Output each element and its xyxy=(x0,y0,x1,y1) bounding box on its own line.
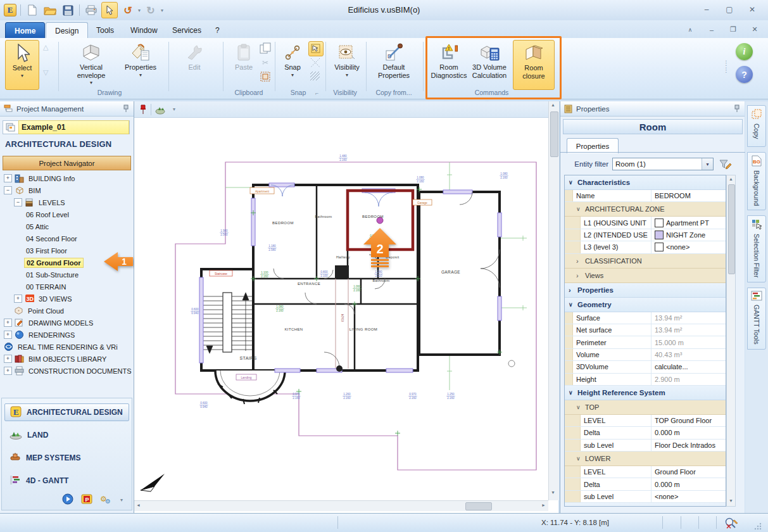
project-item[interactable]: Example_01 xyxy=(3,120,130,134)
tree-expander[interactable] xyxy=(4,355,12,363)
project-navigator-button[interactable]: Project Navigator xyxy=(3,156,131,170)
canvas-horizontal-scrollbar[interactable] xyxy=(134,500,548,511)
play-sphere-icon[interactable] xyxy=(62,493,73,506)
module-item[interactable]: LAND xyxy=(4,426,129,444)
properties-button[interactable]: Properties xyxy=(118,40,163,89)
tree-item[interactable]: BIM xyxy=(0,184,134,196)
collapse-ribbon-button[interactable] xyxy=(682,24,698,35)
select-tool-icon[interactable] xyxy=(101,2,118,18)
property-value[interactable]: 40.43 m³ xyxy=(652,349,726,360)
grid-subsection[interactable]: TOP xyxy=(565,400,726,415)
property-value[interactable]: 13.94 m² xyxy=(652,324,726,336)
resize-grip[interactable] xyxy=(753,522,762,531)
grid-section[interactable]: Materials xyxy=(565,503,726,507)
visibility-button[interactable]: Visibility xyxy=(329,40,365,89)
grid-subsection[interactable]: Views xyxy=(565,269,726,283)
color-swatch[interactable] xyxy=(655,218,664,227)
ribbon-overflow-dots[interactable]: ⋮⋮ xyxy=(723,60,730,73)
terrain-dropdown[interactable] xyxy=(173,106,175,112)
grid-subsection[interactable]: ARCHITECTURAL ZONE xyxy=(565,202,726,217)
subsection-chevron-icon[interactable] xyxy=(576,455,581,462)
section-chevron-icon[interactable] xyxy=(569,179,574,186)
print-icon[interactable] xyxy=(84,3,99,18)
side-tab-copy[interactable]: Copy xyxy=(747,105,766,147)
redo-button[interactable] xyxy=(143,3,158,18)
subsection-chevron-icon[interactable] xyxy=(576,272,581,279)
property-value[interactable]: 0.000 m xyxy=(652,478,726,490)
section-chevron-icon[interactable] xyxy=(569,390,574,396)
save-icon[interactable] xyxy=(60,3,75,18)
tab-tools[interactable]: Tools xyxy=(87,22,123,38)
minimize-button[interactable] xyxy=(697,4,716,15)
mdi-close-button[interactable] xyxy=(746,24,763,35)
entity-filter-select[interactable]: Room (1) xyxy=(612,158,714,170)
module-item[interactable]: MEP SYSTEMS xyxy=(4,449,129,467)
grid-section[interactable]: Geometry xyxy=(565,298,726,312)
tree-item[interactable]: 04 Second Floor xyxy=(0,232,134,244)
side-tab-gantt-tools[interactable]: GANTT Tools xyxy=(747,288,766,350)
grid-row[interactable]: sub Level<none> xyxy=(565,491,726,503)
tree-item[interactable]: BUILDING Info xyxy=(0,172,134,184)
grid-section[interactable]: Properties xyxy=(565,283,726,298)
terrain-icon[interactable] xyxy=(155,104,169,115)
red-pin-icon[interactable] xyxy=(139,104,147,115)
paste-special-icon[interactable] xyxy=(258,70,272,84)
properties-tab[interactable]: Properties xyxy=(567,138,619,153)
property-value[interactable]: 0.000 m xyxy=(652,427,726,438)
property-value[interactable]: <none> xyxy=(652,491,726,502)
selection-mode-icon[interactable] xyxy=(308,41,324,56)
module-item[interactable]: EARCHITECTURAL DESIGN xyxy=(4,403,129,421)
undo-dropdown[interactable] xyxy=(138,8,141,13)
tab-home[interactable]: Home xyxy=(5,22,45,39)
tree-item[interactable]: RENDERINGS xyxy=(0,329,134,341)
property-value[interactable]: NIGHT Zone xyxy=(652,229,726,241)
section-chevron-icon[interactable] xyxy=(569,286,574,294)
zoom-tool-status-icon[interactable] xyxy=(724,517,738,529)
tree-expander[interactable] xyxy=(14,294,22,303)
select-button[interactable]: Select xyxy=(5,40,39,90)
property-value[interactable]: BEDROOM xyxy=(652,190,726,201)
grid-row[interactable]: NameBEDROOM xyxy=(565,190,726,202)
property-value[interactable]: 2.900 m xyxy=(652,374,726,385)
tree-expander[interactable] xyxy=(4,186,12,194)
tree-item[interactable]: 00 TERRAIN xyxy=(0,281,134,293)
snap-dialog-launcher[interactable]: ⌐ xyxy=(315,90,318,96)
property-value[interactable]: TOP Ground Floor xyxy=(652,415,726,426)
subsection-chevron-icon[interactable] xyxy=(576,404,581,410)
grid-row[interactable]: Delta0.000 m xyxy=(565,427,726,439)
color-swatch[interactable] xyxy=(655,231,664,239)
grid-row[interactable]: Volume40.43 m³ xyxy=(565,349,726,361)
property-value[interactable]: 13.94 m² xyxy=(652,312,726,324)
grid-row[interactable]: LEVELGround Floor xyxy=(565,466,726,478)
property-value[interactable]: Apartment PT xyxy=(652,217,726,228)
tree-item[interactable]: 06 Roof Level xyxy=(0,208,134,220)
grid-row[interactable]: sub LevelFloor Deck Intrados xyxy=(565,440,726,452)
tree-item[interactable]: REAL TIME RENDERING & VRi xyxy=(0,341,134,353)
maximize-button[interactable] xyxy=(720,4,739,15)
tree-expander[interactable] xyxy=(4,319,12,327)
tree-item[interactable]: 3D3D VIEWS xyxy=(0,293,134,305)
canvas-vertical-scrollbar[interactable] xyxy=(548,101,559,500)
grid-subsection[interactable]: LOWER xyxy=(565,452,726,466)
tree-item[interactable]: BIM OBJECTS LIBRARY xyxy=(0,353,134,365)
tree-expander[interactable] xyxy=(4,367,12,375)
property-value[interactable]: calculate... xyxy=(652,361,726,372)
modules-dropdown[interactable] xyxy=(120,497,123,503)
redo-dropdown[interactable] xyxy=(161,8,163,13)
grid-row[interactable]: Surface13.94 m² xyxy=(565,312,726,324)
grid-section[interactable]: Characteristics xyxy=(565,175,726,190)
module-item[interactable]: 4D - GANTT xyxy=(4,472,129,490)
tree-expander[interactable] xyxy=(4,331,12,339)
property-value[interactable]: 15.000 m xyxy=(652,336,726,348)
grid-row[interactable]: Delta0.000 m xyxy=(565,478,726,490)
tab-design[interactable]: Design xyxy=(46,22,88,39)
tab-help[interactable]: ? xyxy=(206,22,229,38)
grid-row[interactable]: Perimeter15.000 m xyxy=(565,336,726,348)
tree-item[interactable]: LEVELS xyxy=(0,196,134,208)
tree-expander[interactable] xyxy=(4,174,12,182)
tree-item[interactable]: Point Cloud xyxy=(0,305,134,317)
undo-button[interactable] xyxy=(120,3,135,18)
gears-icon[interactable]: ⚙⚙ xyxy=(100,493,113,506)
side-tab-background[interactable]: BGBackground xyxy=(747,152,766,210)
grid-row[interactable]: Net surface13.94 m² xyxy=(565,324,726,336)
